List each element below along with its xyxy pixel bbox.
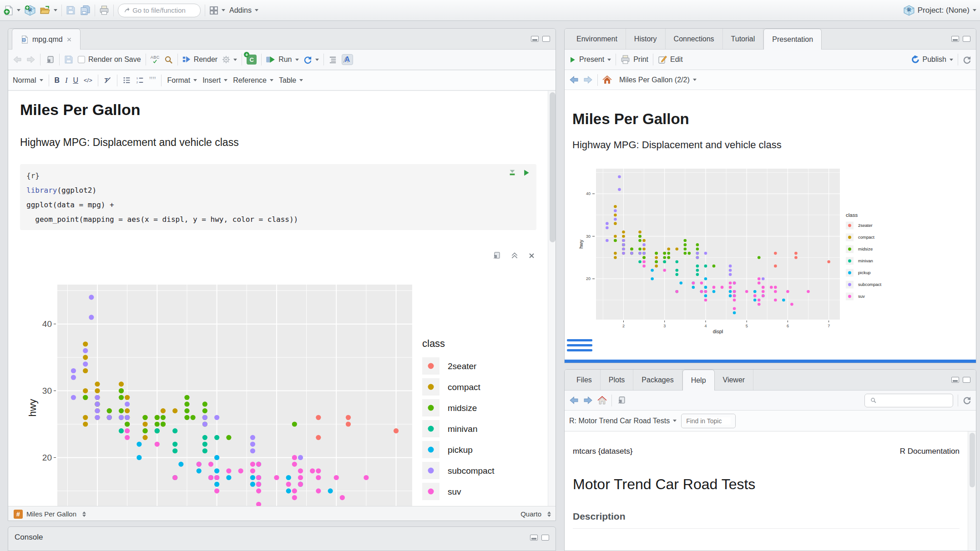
bold-button[interactable]: B: [55, 76, 60, 85]
italic-button[interactable]: I: [65, 76, 67, 85]
render-options-button[interactable]: [222, 55, 237, 64]
minimize-pane-icon[interactable]: [531, 36, 539, 42]
run-chunk-icon[interactable]: [523, 169, 530, 176]
save-button[interactable]: [66, 5, 76, 15]
render-button[interactable]: Render: [182, 55, 217, 64]
publish-button[interactable]: Publish: [911, 55, 953, 64]
data-point-pickup: [753, 290, 757, 293]
tab-tutorial[interactable]: Tutorial: [723, 29, 764, 49]
tab-history[interactable]: History: [626, 29, 666, 49]
workspace-panes-button[interactable]: [209, 6, 225, 15]
save-doc-icon[interactable]: [64, 55, 73, 64]
open-file-button[interactable]: [40, 5, 57, 15]
legend-label: minivan: [858, 258, 873, 263]
tab-files[interactable]: Files: [568, 370, 601, 390]
data-point-compact: [614, 252, 617, 255]
paragraph-style-select[interactable]: Normal: [13, 76, 43, 85]
print-presentation-button[interactable]: Print: [621, 55, 648, 65]
console-maximize-icon[interactable]: [541, 535, 549, 541]
data-point-subcompact: [729, 273, 732, 276]
section-nav-button[interactable]: Miles Per Gallon: [26, 510, 86, 518]
console-minimize-icon[interactable]: [530, 535, 538, 541]
underline-button[interactable]: U: [73, 76, 78, 85]
spellcheck-button[interactable]: ABC: [151, 55, 160, 64]
table-menu[interactable]: Table: [279, 76, 303, 85]
tab-viewer[interactable]: Viewer: [715, 370, 754, 390]
addins-menu[interactable]: Addins: [229, 6, 258, 15]
outline-toggle-icon[interactable]: [328, 55, 337, 64]
run-all-above-icon[interactable]: [508, 169, 516, 177]
editor-scrollbar[interactable]: [548, 91, 556, 506]
doc-mode-button[interactable]: Quarto: [520, 510, 551, 518]
slide-home-icon[interactable]: [602, 75, 612, 85]
find-in-topic-input[interactable]: [686, 417, 731, 425]
help-search-box[interactable]: [864, 394, 953, 407]
tab-packages[interactable]: Packages: [633, 370, 682, 390]
clear-output-icon[interactable]: [528, 252, 535, 259]
data-point-midsize: [125, 421, 130, 426]
goto-file-input[interactable]: [132, 6, 195, 14]
tab-help[interactable]: Help: [682, 370, 715, 391]
format-menu[interactable]: Format: [167, 76, 197, 85]
minimize-pane-icon[interactable]: [951, 377, 959, 383]
maximize-pane-icon[interactable]: [542, 36, 550, 42]
present-button[interactable]: Present: [569, 55, 611, 64]
refresh-presentation-icon[interactable]: [963, 55, 971, 64]
code-button[interactable]: </>: [84, 77, 92, 84]
tab-plots[interactable]: Plots: [601, 370, 634, 390]
run-button[interactable]: Run: [266, 55, 298, 64]
legend-label: 2seater: [858, 223, 873, 228]
data-point-suv: [208, 475, 213, 480]
slide-forward-icon[interactable]: [583, 75, 593, 85]
help-home-icon[interactable]: [597, 396, 607, 405]
project-menu[interactable]: Project: (None): [904, 5, 976, 16]
popout-icon[interactable]: [45, 55, 55, 65]
forward-icon[interactable]: [26, 55, 35, 64]
find-replace-icon[interactable]: [164, 55, 173, 64]
doc-subtitle: Highway MPG: Displacement and vehicle cl…: [20, 136, 239, 149]
insert-chunk-button[interactable]: C+: [247, 55, 257, 65]
back-icon[interactable]: [13, 55, 22, 64]
code-chunk[interactable]: {r} library(ggplot2) ggplot(data = mpg) …: [20, 164, 536, 230]
slide-menu-icon[interactable]: [567, 339, 592, 351]
insert-menu[interactable]: Insert: [202, 76, 227, 85]
tab-environment[interactable]: Environment: [568, 29, 626, 49]
clear-format-icon[interactable]: [104, 76, 111, 84]
help-refresh-icon[interactable]: [963, 396, 971, 405]
numbered-list-icon[interactable]: [136, 76, 144, 84]
new-file-button[interactable]: [4, 5, 20, 15]
print-button[interactable]: [99, 5, 109, 15]
edit-presentation-button[interactable]: Edit: [658, 55, 683, 64]
reference-menu[interactable]: Reference: [233, 76, 273, 85]
popout-output-icon[interactable]: [492, 251, 501, 260]
new-project-button[interactable]: [25, 5, 35, 16]
goto-file-search[interactable]: [118, 4, 201, 17]
data-point-compact: [172, 408, 177, 413]
tab-mpg-qmd[interactable]: mpg.qmd: [12, 29, 81, 50]
help-scrollbar[interactable]: [968, 431, 976, 551]
maximize-pane-icon[interactable]: [963, 377, 970, 383]
topic-selector[interactable]: R: Motor Trend Car Road Tests: [569, 417, 677, 425]
help-forward-icon[interactable]: [583, 396, 593, 405]
tab-presentation[interactable]: Presentation: [763, 29, 822, 50]
y-tick-label: 40: [42, 319, 52, 329]
collapse-output-icon[interactable]: [511, 252, 518, 259]
slide-selector[interactable]: Miles Per Gallon (2/2): [619, 76, 697, 84]
source-editor-pane: mpg.qmd Render on Save ABC Render C+ Run…: [8, 28, 556, 521]
render-on-save-checkbox[interactable]: Render on Save: [78, 55, 141, 64]
slide-back-icon[interactable]: [569, 75, 579, 85]
bullet-list-icon[interactable]: [123, 76, 131, 84]
rerun-button[interactable]: [303, 55, 319, 64]
blockquote-icon[interactable]: ””: [149, 78, 156, 83]
tab-connections[interactable]: Connections: [666, 29, 723, 49]
visual-editor-canvas[interactable]: Miles Per Gallon Highway MPG: Displaceme…: [8, 91, 548, 506]
visual-editor-toggle[interactable]: A: [342, 54, 354, 65]
save-all-button[interactable]: [80, 5, 91, 15]
help-back-icon[interactable]: [569, 396, 579, 405]
minimize-pane-icon[interactable]: [951, 36, 959, 42]
maximize-pane-icon[interactable]: [963, 36, 970, 42]
help-search-input[interactable]: [879, 396, 947, 404]
help-popout-icon[interactable]: [616, 396, 626, 405]
data-point-midsize: [190, 415, 195, 420]
close-tab-icon[interactable]: [66, 37, 72, 42]
